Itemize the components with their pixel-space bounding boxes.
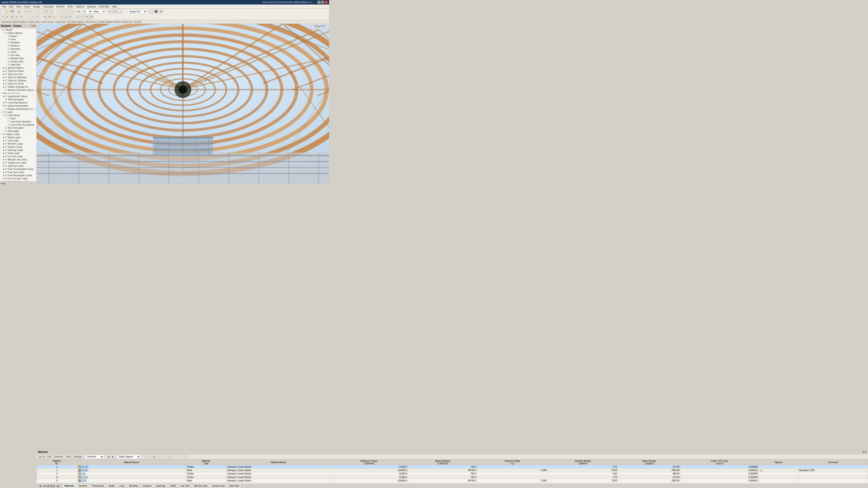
- member-set-loads-check[interactable]: [4, 158, 7, 161]
- tree-types-solids[interactable]: ▶ Types for Solids: [0, 82, 36, 85]
- tree-types-nodes[interactable]: ▶ Types for Nodes: [0, 69, 36, 72]
- surfaces-check[interactable]: [7, 44, 10, 47]
- nav-close[interactable]: ✕: [34, 25, 35, 27]
- model-arrow[interactable]: ▼: [1, 29, 3, 31]
- tree-global-imperf[interactable]: ▶ Global Imperfections: [0, 104, 36, 107]
- render-btn[interactable]: ■: [159, 9, 163, 14]
- members-check[interactable]: [7, 41, 10, 44]
- menu-options[interactable]: Options: [74, 5, 86, 8]
- tree-opening-loads[interactable]: ▶ Opening Loads: [0, 149, 36, 152]
- tree-member-sets[interactable]: Member Sets: [0, 57, 36, 60]
- front-btn[interactable]: F: [75, 14, 80, 19]
- tree-free-line-loads[interactable]: ▶ Free Line Loads: [0, 170, 36, 174]
- tree-model[interactable]: ▼ Model: [0, 28, 36, 31]
- viewport[interactable]: 1 - Global XYZ: [37, 24, 329, 184]
- solid-btn[interactable]: ⬛: [154, 9, 158, 14]
- tree-nodal-loads[interactable]: ▶ Nodal Loads: [0, 136, 36, 139]
- tree-solid-sets[interactable]: Solid Sets: [0, 63, 36, 66]
- types-members-check[interactable]: [4, 76, 7, 78]
- surface-set-loads-check[interactable]: [4, 161, 7, 164]
- free-rect-check[interactable]: [4, 174, 7, 177]
- title-info-imperf-check[interactable]: [4, 98, 7, 101]
- wireframe-btn[interactable]: ⬜: [149, 9, 154, 14]
- maximize-btn[interactable]: □: [321, 1, 324, 4]
- tree-free-conc-loads[interactable]: ▶ Free Concentrated Loads: [0, 167, 36, 170]
- tree-boolean-results[interactable]: Results of Boolean Operations: [0, 88, 36, 92]
- tree-imperf-values[interactable]: ▶ Imperfection Values: [0, 95, 36, 98]
- free-line-loads-check[interactable]: [4, 171, 7, 173]
- close-btn[interactable]: ✕: [324, 1, 328, 4]
- surface-sets-check[interactable]: [7, 60, 10, 63]
- menu-view[interactable]: View: [15, 5, 23, 8]
- member-sets-check[interactable]: [7, 57, 10, 60]
- mirror-btn[interactable]: ⇔: [15, 14, 19, 19]
- solid-set-loads-check[interactable]: [4, 164, 7, 167]
- load-values-check[interactable]: [4, 114, 7, 117]
- tree-title-info-loads[interactable]: Title Information: [0, 126, 36, 129]
- extrude-btn[interactable]: ↑: [26, 14, 31, 19]
- tree-free-rect-loads[interactable]: ▶ Free Rectangular Loads: [0, 174, 36, 177]
- orbit-btn[interactable]: 🔄: [64, 14, 68, 19]
- save-btn[interactable]: 💾: [10, 9, 14, 14]
- minimize-btn[interactable]: ─: [317, 1, 320, 4]
- tree-basic-objects[interactable]: ▼ Basic Objects: [0, 31, 36, 35]
- tree-special-objects[interactable]: ▶ Special Objects: [0, 66, 36, 69]
- title-info-loads-check[interactable]: [4, 127, 7, 129]
- menu-window[interactable]: Window: [86, 5, 97, 8]
- tb-btn-c[interactable]: 📊: [118, 9, 122, 14]
- tree-openings[interactable]: Openings: [0, 47, 36, 51]
- lines-check[interactable]: [7, 38, 10, 41]
- tree-types-lines[interactable]: ▶ Types for Lines: [0, 72, 36, 76]
- menu-tools[interactable]: Tools: [66, 5, 74, 8]
- solid-sets-check[interactable]: [7, 63, 10, 66]
- basic-objects-check[interactable]: [5, 32, 8, 34]
- display-topology-check[interactable]: [4, 86, 7, 88]
- nodes-check[interactable]: [7, 35, 10, 37]
- types-surfaces-check[interactable]: [4, 79, 7, 82]
- tree-local-imperf[interactable]: ▶ Local Imperfections: [0, 101, 36, 104]
- tree-solid-loads[interactable]: ▶ Solid Loads: [0, 152, 36, 155]
- tree-members[interactable]: Members: [0, 41, 36, 44]
- model-check[interactable]: [3, 29, 6, 31]
- line-set-loads-check[interactable]: [4, 155, 7, 158]
- loads-arrow[interactable]: ▼: [1, 111, 3, 113]
- solids-check[interactable]: [7, 51, 10, 53]
- nav-pin[interactable]: 📌: [31, 25, 33, 27]
- line-btn[interactable]: /: [61, 9, 65, 14]
- tb-btn-b[interactable]: ⚙: [113, 9, 117, 14]
- snap-btn[interactable]: ⊕: [42, 14, 47, 19]
- view-orientation[interactable]: 1 - Global XYZ: [124, 9, 147, 13]
- member-btn[interactable]: ⊥: [66, 9, 70, 14]
- measure-btn[interactable]: 📐: [52, 14, 57, 19]
- fly-btn[interactable]: ✈: [68, 14, 73, 19]
- units-check[interactable]: [7, 117, 10, 120]
- rotate-btn[interactable]: ↻: [49, 9, 54, 14]
- tree-line-set-loads[interactable]: ▶ Line Set Loads: [0, 155, 36, 158]
- lc-numbers-check[interactable]: [7, 120, 10, 123]
- tree-lc-numbers[interactable]: Load Case Numbers: [0, 120, 36, 123]
- top-btn[interactable]: T: [80, 14, 84, 19]
- display-imperf-check[interactable]: [4, 107, 7, 110]
- lc-desc-check[interactable]: [7, 123, 10, 126]
- tree-display-topology[interactable]: ▶ Display Topology on: [0, 85, 36, 88]
- surface-loads-check[interactable]: [4, 145, 7, 148]
- lc-selector[interactable]: LC1 LC2: [81, 9, 92, 13]
- trim-btn[interactable]: ✂: [36, 14, 40, 19]
- boolean-check[interactable]: [4, 89, 7, 91]
- tree-lc-descriptions[interactable]: Load Case Descriptions: [0, 123, 36, 126]
- tree-self-weight[interactable]: Self-weight: [0, 129, 36, 133]
- menu-help[interactable]: Help: [111, 5, 119, 8]
- tree-imperfections[interactable]: ▼ Imperfections: [0, 92, 36, 95]
- object-loads-check[interactable]: [3, 133, 6, 135]
- free-circ-check[interactable]: [4, 177, 7, 180]
- tb-btn-a[interactable]: ✕: [108, 9, 113, 14]
- menu-results[interactable]: Results: [55, 5, 66, 8]
- node-btn[interactable]: ·: [56, 9, 61, 14]
- object-loads-arrow[interactable]: ▼: [1, 133, 3, 135]
- rotate2-btn[interactable]: ↺: [20, 14, 24, 19]
- self-weight-check[interactable]: [4, 130, 7, 132]
- print-btn[interactable]: 🖨: [17, 9, 21, 14]
- tree-free-circ-loads[interactable]: ▶ Free Circular Loads: [0, 177, 36, 180]
- tree-solid-set-loads[interactable]: ▶ Solid Set Loads: [0, 164, 36, 167]
- menu-file[interactable]: File: [1, 5, 8, 8]
